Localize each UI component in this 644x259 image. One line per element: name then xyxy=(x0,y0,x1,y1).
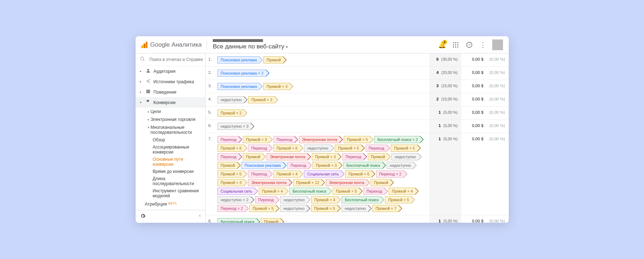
row-count: 3 (15,00 %) xyxy=(429,80,461,93)
table-row[interactable]: 8.Бесплатный поискПрямой1 (5,00 %)0,00 $… xyxy=(206,215,509,223)
subnav-mcf-time-lag[interactable]: Время до конверсии xyxy=(151,168,205,175)
rows-icon xyxy=(146,89,151,95)
sidebar-item-conversions[interactable]: ▾ Конверсии xyxy=(136,97,205,108)
subnav-mcf-model-comp[interactable]: Инструмент сравнения моделей xyxy=(151,187,205,199)
channel-tag-referral: Переход xyxy=(366,145,387,152)
channel-tag-direct: Прямой× 5 xyxy=(385,196,411,203)
row-index: 1. xyxy=(206,53,215,67)
svg-point-4 xyxy=(455,44,456,45)
channel-tag-direct: Прямой× 5 xyxy=(217,170,244,178)
channel-tag-direct: Прямой xyxy=(368,153,387,160)
channel-tag-referral: Переход xyxy=(248,170,269,178)
subnav-mcf[interactable]: Многоканальные последовательности xyxy=(146,123,205,136)
channel-tag-paid_search: Поисковая реклама xyxy=(217,56,259,63)
sidebar-item-acquisition[interactable]: ▸ Источники трафика xyxy=(136,76,205,87)
channel-tag-direct: Прямой× 5 xyxy=(333,188,359,195)
row-money-pct: (0,00 %) xyxy=(486,67,509,80)
row-index: 5. xyxy=(206,107,215,120)
channel-tag-organic: Бесплатный поиск xyxy=(343,162,382,169)
sidebar-item-attribution[interactable]: АтрибуцияБЕТА xyxy=(136,199,205,209)
row-index: 3. xyxy=(206,80,215,93)
channel-tag-organic: Бесплатный поиск xyxy=(289,188,328,195)
svg-point-8 xyxy=(457,46,458,47)
table-row[interactable]: 4.недоступноПрямой× 22 (10,00 %)0,00 $(0… xyxy=(206,93,509,107)
row-count: 1 (5,00 %) xyxy=(429,133,461,215)
channel-tag-direct: Прямой× 5 xyxy=(311,205,337,212)
channel-tag-organic: Бесплатный поиск xyxy=(342,196,381,203)
sidebar: ▸ Аудитория ▸ Источники трафика ▸ Поведе… xyxy=(136,53,206,223)
subnav-mcf-overview[interactable]: Обзор xyxy=(151,136,205,143)
row-index: 8. xyxy=(206,215,215,223)
chevron-right-icon: ▸ xyxy=(140,80,143,83)
row-money: 0,00 $ xyxy=(461,80,486,93)
subnav-goals[interactable]: Цели xyxy=(146,108,205,116)
channel-tag-email: Электронная почта xyxy=(299,136,339,143)
subnav-mcf-path-length[interactable]: Длина последовательности xyxy=(151,175,205,187)
search-icon xyxy=(140,56,145,63)
account-name-redacted xyxy=(213,39,263,42)
table-row[interactable]: 1.Поисковая рекламаПрямой6 (30,00 %)0,00… xyxy=(206,53,509,67)
svg-point-7 xyxy=(455,46,456,47)
channel-tag-organic: Бесплатный поиск xyxy=(217,218,257,223)
row-money-pct: (0,00 %) xyxy=(486,53,509,67)
channel-tag-email: Электронная почта xyxy=(326,179,366,186)
row-path: Поисковая рекламаПрямой× 3 xyxy=(215,80,429,93)
ga-logo[interactable]: Google Аналитика xyxy=(141,41,202,48)
table-row[interactable]: 5.Прямой× 21 (5,00 %)0,00 $(0,00 %) xyxy=(206,107,509,120)
subnav-mcf-top-paths[interactable]: Основные пути конверсии xyxy=(151,156,205,168)
row-path: Бесплатный поискПрямой xyxy=(215,215,429,223)
more-icon[interactable]: ⋮ xyxy=(479,41,487,49)
view-selector[interactable]: Все данные по веб-сайту xyxy=(207,39,287,50)
channel-tag-direct: Прямой× 5 xyxy=(344,136,370,143)
help-icon[interactable]: ? xyxy=(465,41,474,49)
channel-tag-direct: Прямой× 3 xyxy=(217,179,244,186)
chevron-left-icon[interactable]: ‹ xyxy=(199,213,201,220)
bell-icon[interactable]: 🔔1 xyxy=(438,41,446,49)
sidebar-bottom: ‹ xyxy=(136,210,205,223)
channel-tag-referral: Переход× 2 xyxy=(217,205,245,212)
svg-rect-15 xyxy=(146,91,150,92)
row-money: 0,00 $ xyxy=(461,67,486,80)
channel-tag-email: Электронная почта xyxy=(267,153,307,160)
subnav-mcf-assisted[interactable]: Ассоциированные конверсии xyxy=(151,143,205,156)
sidebar-search[interactable] xyxy=(136,53,205,66)
row-path: недоступноПрямой× 2 xyxy=(215,93,429,107)
sidebar-item-audience[interactable]: ▸ Аудитория xyxy=(136,66,205,76)
svg-point-11 xyxy=(140,57,144,60)
channel-tag-email: Электронная почта xyxy=(248,179,288,186)
svg-point-6 xyxy=(453,46,454,47)
channel-tag-paid_search: Поисковая реклама xyxy=(217,83,259,90)
avatar[interactable] xyxy=(492,39,503,50)
channel-tag-unavailable: недоступно xyxy=(342,205,368,212)
product-name: Google Аналитика xyxy=(150,41,202,48)
sidebar-item-behavior[interactable]: ▸ Поведение xyxy=(136,87,205,97)
search-input[interactable] xyxy=(149,57,204,62)
chevron-right-icon: ▸ xyxy=(140,70,143,73)
table-row[interactable]: 7.ПереходПрямой× 3ПереходЭлектронная поч… xyxy=(206,133,509,215)
apps-icon[interactable] xyxy=(451,41,460,49)
channel-tag-referral: Переход xyxy=(273,136,295,143)
table-row[interactable]: 6.недоступно× 31 (5,00 %)0,00 $(0,00 %) xyxy=(206,120,509,133)
channel-tag-direct: Прямой× 6 xyxy=(345,170,371,178)
channel-tag-direct: Прямой× 4 xyxy=(389,188,415,195)
channel-tag-direct: Прямой× 4 xyxy=(259,188,285,195)
gear-icon[interactable] xyxy=(140,213,146,220)
row-money-pct: (0,00 %) xyxy=(486,120,509,133)
row-index: 4. xyxy=(206,93,215,107)
table-row[interactable]: 3.Поисковая рекламаПрямой× 33 (15,00 %)0… xyxy=(206,80,509,93)
channel-tag-referral: Переход xyxy=(363,188,385,195)
top-bar: Google Аналитика Все данные по веб-сайту… xyxy=(136,36,509,53)
channel-tag-unavailable: недоступно× 2 xyxy=(217,196,250,203)
row-money: 0,00 $ xyxy=(461,120,486,133)
channel-tag-direct: Прямой× 5 xyxy=(249,205,276,212)
channel-tag-referral: Переход xyxy=(217,153,239,160)
channel-tag-social: Социальная сеть xyxy=(304,170,341,178)
svg-text:?: ? xyxy=(468,43,470,47)
channel-tag-referral: Переход xyxy=(255,196,276,203)
channel-tag-direct: Прямой× 6 xyxy=(273,145,300,152)
table-row[interactable]: 2.Поисковая реклама× 24 (20,00 %)0,00 $(… xyxy=(206,67,509,80)
main-table: 1.Поисковая рекламаПрямой6 (30,00 %)0,00… xyxy=(206,53,509,223)
chevron-right-icon: ▸ xyxy=(140,90,143,94)
chevron-down-icon: ▾ xyxy=(140,101,143,104)
subnav-ecommerce[interactable]: Электронная торговля xyxy=(146,116,205,123)
